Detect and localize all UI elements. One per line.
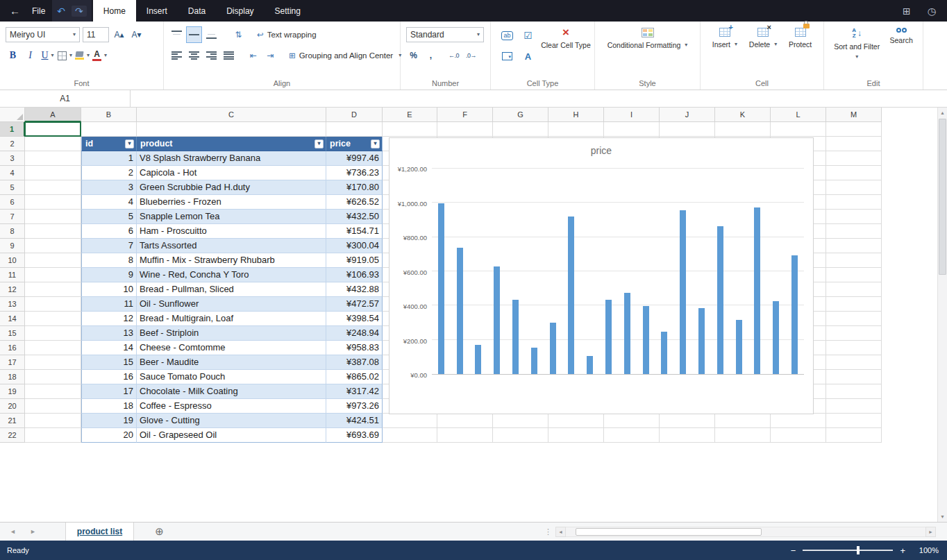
- decrease-indent-icon[interactable]: ⇤: [246, 48, 260, 63]
- cell-A9[interactable]: [25, 239, 81, 253]
- cell-J21[interactable]: [660, 414, 715, 428]
- cell-A19[interactable]: [25, 384, 81, 399]
- cell-M8[interactable]: [826, 224, 882, 239]
- cell-A22[interactable]: [25, 428, 81, 443]
- sheet-nav-left-icon[interactable]: ◄: [10, 528, 16, 535]
- cell-M17[interactable]: [826, 355, 882, 370]
- row-header-20[interactable]: 20: [0, 399, 25, 414]
- scrollbar-splitter-icon[interactable]: ⋮: [544, 527, 552, 536]
- cell-D5[interactable]: ¥170.80: [326, 180, 383, 195]
- cell-D14[interactable]: ¥398.54: [326, 312, 383, 326]
- history-icon[interactable]: ◷: [928, 6, 936, 17]
- row-header-22[interactable]: 22: [0, 428, 25, 443]
- cell-A10[interactable]: [25, 253, 81, 268]
- percent-style-icon[interactable]: %: [406, 48, 421, 63]
- cell-M9[interactable]: [826, 239, 882, 253]
- cell-M18[interactable]: [826, 370, 882, 384]
- cell-A17[interactable]: [25, 355, 81, 370]
- cell-H21[interactable]: [548, 414, 604, 428]
- cell-B6[interactable]: 4: [81, 195, 137, 210]
- cell-A7[interactable]: [25, 210, 81, 224]
- cell-B22[interactable]: 20: [81, 428, 137, 443]
- filter-icon[interactable]: ▾: [371, 139, 380, 149]
- cell-A6[interactable]: [25, 195, 81, 210]
- cell-D18[interactable]: ¥865.02: [326, 370, 383, 384]
- cell-A1[interactable]: [25, 122, 81, 137]
- align-center-icon[interactable]: [187, 48, 201, 63]
- text-cell-type-button[interactable]: ab: [498, 27, 517, 44]
- scroll-right-icon[interactable]: ►: [925, 527, 936, 537]
- label-cell-type-icon[interactable]: A: [519, 48, 537, 65]
- cell-B5[interactable]: 3: [81, 180, 137, 195]
- cell-M14[interactable]: [826, 312, 882, 326]
- cell-B18[interactable]: 16: [81, 370, 137, 384]
- cell-B9[interactable]: 7: [81, 239, 137, 253]
- cell-C20[interactable]: Coffee - Espresso: [137, 399, 326, 414]
- cell-D8[interactable]: ¥154.71: [326, 224, 383, 239]
- cell-M21[interactable]: [826, 414, 882, 428]
- cell-D1[interactable]: [326, 122, 383, 137]
- cell-B15[interactable]: 13: [81, 326, 137, 341]
- tab-setting[interactable]: Setting: [265, 0, 311, 22]
- cell-D17[interactable]: ¥387.08: [326, 355, 383, 370]
- cell-D12[interactable]: ¥432.88: [326, 282, 383, 297]
- cell-M22[interactable]: [826, 428, 882, 443]
- collapse-ribbon-icon[interactable]: ⊞: [903, 6, 911, 17]
- cell-A4[interactable]: [25, 166, 81, 180]
- scroll-down-icon[interactable]: ▼: [938, 511, 947, 522]
- row-header-12[interactable]: 12: [0, 282, 25, 297]
- cell-D19[interactable]: ¥317.42: [326, 384, 383, 399]
- cell-B10[interactable]: 8: [81, 253, 137, 268]
- cell-K21[interactable]: [715, 414, 771, 428]
- cell-M6[interactable]: [826, 195, 882, 210]
- name-box[interactable]: A1: [0, 90, 131, 107]
- cell-K22[interactable]: [715, 428, 771, 443]
- italic-icon[interactable]: I: [23, 48, 37, 63]
- filter-icon[interactable]: ▾: [125, 139, 134, 149]
- font-name-select[interactable]: Meiryo UI ▾: [6, 27, 80, 42]
- cell-D6[interactable]: ¥626.52: [326, 195, 383, 210]
- column-header-B[interactable]: B: [81, 108, 137, 122]
- cell-L21[interactable]: [771, 414, 826, 428]
- cell-M11[interactable]: [826, 268, 882, 282]
- zoom-slider[interactable]: [803, 550, 893, 551]
- cell-D21[interactable]: ¥424.51: [326, 414, 383, 428]
- scroll-up-icon[interactable]: ▲: [938, 108, 947, 118]
- cell-D4[interactable]: ¥736.23: [326, 166, 383, 180]
- cell-A11[interactable]: [25, 268, 81, 282]
- align-right-icon[interactable]: [204, 48, 219, 63]
- column-header-L[interactable]: L: [771, 108, 826, 122]
- hscroll-thumb[interactable]: [576, 528, 762, 536]
- cell-C16[interactable]: Cheese - Comtomme: [137, 341, 326, 355]
- cell-M12[interactable]: [826, 282, 882, 297]
- cell-B7[interactable]: 5: [81, 210, 137, 224]
- font-color-button[interactable]: A ▾: [92, 48, 107, 63]
- cell-C18[interactable]: Sauce Tomato Pouch: [137, 370, 326, 384]
- cell-J22[interactable]: [660, 428, 715, 443]
- text-wrapping-button[interactable]: ↩ Text wrapping: [257, 30, 317, 40]
- cell-B1[interactable]: [81, 122, 137, 137]
- row-header-21[interactable]: 21: [0, 414, 25, 428]
- cell-C22[interactable]: Oil - Grapeseed Oil: [137, 428, 326, 443]
- cell-A21[interactable]: [25, 414, 81, 428]
- tab-home[interactable]: Home: [93, 0, 136, 22]
- cell-C21[interactable]: Glove - Cutting: [137, 414, 326, 428]
- add-sheet-icon[interactable]: ⊕: [155, 525, 164, 538]
- table-header-id[interactable]: id▾: [81, 137, 137, 151]
- increase-decimal-icon[interactable]: ←.0: [446, 48, 461, 63]
- cell-H1[interactable]: [548, 122, 604, 137]
- cell-M20[interactable]: [826, 399, 882, 414]
- cell-B12[interactable]: 10: [81, 282, 137, 297]
- checkbox-cell-type-icon[interactable]: ☑: [519, 27, 537, 44]
- cell-A2[interactable]: [25, 137, 81, 151]
- row-header-6[interactable]: 6: [0, 195, 25, 210]
- cell-G21[interactable]: [493, 414, 548, 428]
- underline-button[interactable]: U ▾: [40, 48, 55, 63]
- undo-icon[interactable]: ↶: [57, 6, 65, 17]
- cell-M10[interactable]: [826, 253, 882, 268]
- cell-A12[interactable]: [25, 282, 81, 297]
- cell-D22[interactable]: ¥693.69: [326, 428, 383, 443]
- cell-D15[interactable]: ¥248.94: [326, 326, 383, 341]
- cell-B17[interactable]: 15: [81, 355, 137, 370]
- cell-C3[interactable]: V8 Splash Strawberry Banana: [137, 151, 326, 166]
